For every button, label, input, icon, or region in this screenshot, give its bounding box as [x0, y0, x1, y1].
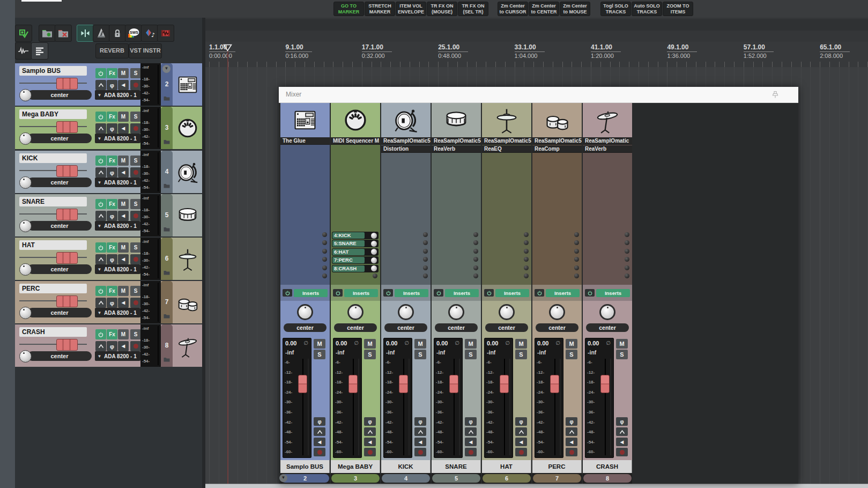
- record-arm-button[interactable]: [465, 448, 477, 456]
- mute-button[interactable]: M: [414, 339, 426, 349]
- strip-track-number[interactable]: 6: [483, 474, 531, 483]
- record-arm-button[interactable]: [414, 448, 426, 456]
- send-label[interactable]: 8:CRASH: [332, 265, 365, 272]
- envelope-button[interactable]: [95, 298, 106, 308]
- monitor-button[interactable]: ◀: [566, 438, 577, 446]
- phase-button[interactable]: φ: [107, 123, 117, 134]
- inserts-button[interactable]: Inserts: [445, 289, 479, 297]
- toolbar-button[interactable]: ZOOM TOITEMS: [663, 2, 693, 16]
- strip-track-name[interactable]: Mega BABY: [331, 460, 380, 473]
- send-slot[interactable]: 6:HAT: [332, 248, 379, 256]
- inserts-power-button[interactable]: [333, 289, 343, 297]
- pin-icon[interactable]: [771, 91, 779, 101]
- send-knob-empty[interactable]: [473, 265, 478, 270]
- snare-drum-icon[interactable]: [432, 103, 481, 137]
- monitor-button[interactable]: ◀: [118, 341, 129, 351]
- send-knob-empty[interactable]: [423, 249, 428, 254]
- mute-button[interactable]: M: [118, 286, 129, 296]
- metronome-icon[interactable]: [93, 25, 110, 42]
- fx-slot[interactable]: ReaSamplOmatic5: [432, 137, 481, 145]
- inserts-button[interactable]: Inserts: [344, 289, 378, 297]
- solo-button[interactable]: S: [130, 68, 141, 78]
- toolbar-button[interactable]: TR FX ON(MOUSE): [427, 2, 457, 16]
- fader-handle[interactable]: [500, 375, 509, 393]
- pan-knob[interactable]: [19, 132, 32, 145]
- toolbar-button[interactable]: Togl SOLOTRACKS: [600, 2, 631, 16]
- monitor-button[interactable]: ◀: [118, 254, 129, 264]
- delete-folder-icon[interactable]: [55, 25, 72, 42]
- send-knob-empty[interactable]: [473, 232, 478, 237]
- output-select[interactable]: ▼ADA 8200 - 1: [95, 351, 140, 361]
- send-label[interactable]: 5:SNARE: [332, 240, 365, 247]
- pan-knob[interactable]: [448, 304, 464, 320]
- strip-track-number[interactable]: 2: [281, 474, 329, 483]
- send-knob[interactable]: [371, 233, 377, 239]
- mute-button[interactable]: M: [364, 339, 376, 349]
- midi-din-icon[interactable]: [331, 103, 380, 137]
- fx-slot[interactable]: ReaSamplOmatic5: [532, 137, 582, 145]
- phase-button[interactable]: φ: [107, 80, 117, 90]
- send-knob-empty[interactable]: [625, 232, 629, 237]
- fx-slot[interactable]: ReaSamplOmatic5: [482, 137, 531, 145]
- solo-button[interactable]: S: [130, 112, 141, 122]
- mute-button[interactable]: M: [118, 242, 129, 253]
- toolbar-button[interactable]: Auto SOLOTRACKS: [632, 2, 662, 16]
- send-knob-empty[interactable]: [524, 249, 529, 254]
- track-number-tab[interactable]: 7: [161, 281, 173, 323]
- record-arm-button[interactable]: [515, 448, 527, 456]
- send-knob-empty[interactable]: [473, 257, 478, 262]
- folder-icon[interactable]: [164, 268, 170, 277]
- mixer-extend-button[interactable]: ▼: [279, 474, 287, 482]
- envelope-button[interactable]: [616, 427, 628, 436]
- send-knob-empty[interactable]: [423, 232, 428, 237]
- send-knob-empty[interactable]: [574, 265, 579, 270]
- inserts-power-button[interactable]: [383, 289, 393, 297]
- power-button[interactable]: [95, 329, 106, 339]
- sampler-icon[interactable]: [280, 103, 330, 137]
- power-button[interactable]: [95, 286, 106, 296]
- fx-slot[interactable]: The Glue: [280, 137, 330, 145]
- inserts-button[interactable]: Inserts: [495, 289, 529, 297]
- track-number-tab[interactable]: 6: [161, 238, 173, 280]
- phase-button[interactable]: φ: [414, 417, 426, 426]
- fader-handle[interactable]: [298, 375, 307, 393]
- send-knob-empty[interactable]: [322, 249, 327, 254]
- envelope-button[interactable]: [364, 427, 376, 436]
- record-arm-button[interactable]: [130, 123, 141, 134]
- power-button[interactable]: [95, 68, 106, 78]
- pan-knob[interactable]: [297, 304, 313, 320]
- fader-handle[interactable]: [600, 375, 610, 393]
- fx-slot[interactable]: ReaVerb: [432, 145, 481, 153]
- toolbar-button[interactable]: Zm Centerto MOUSE: [560, 2, 590, 16]
- strip-track-number[interactable]: 7: [533, 474, 581, 483]
- track-name-field[interactable]: SNARE: [19, 197, 87, 206]
- inserts-power-button[interactable]: [283, 289, 292, 297]
- crash-cymbal-icon[interactable]: [583, 103, 632, 137]
- send-label[interactable]: 7:PERC: [332, 257, 365, 263]
- track-number-tab[interactable]: 8: [161, 324, 173, 367]
- toolbar-button[interactable]: ITEM VOLENVELOPE: [396, 2, 426, 16]
- send-knob-empty[interactable]: [524, 257, 529, 262]
- envelope-button[interactable]: [95, 254, 106, 264]
- track-name-field[interactable]: HAT: [19, 240, 87, 250]
- monitor-button[interactable]: ◀: [414, 438, 426, 446]
- bongos-icon[interactable]: [532, 103, 582, 137]
- envelope-button[interactable]: [566, 427, 577, 436]
- phase-button[interactable]: φ: [616, 417, 628, 426]
- pan-knob[interactable]: [19, 220, 32, 232]
- record-arm-button[interactable]: [130, 254, 141, 264]
- pan-knob[interactable]: [549, 304, 565, 320]
- record-arm-button[interactable]: [566, 448, 577, 456]
- fader-handle[interactable]: [348, 375, 358, 393]
- monitor-button[interactable]: ◀: [118, 167, 129, 178]
- fader-handle[interactable]: [399, 375, 408, 393]
- output-select[interactable]: ▼ADA 8200 - 1: [95, 221, 140, 231]
- send-knob-empty[interactable]: [423, 257, 428, 262]
- sampler-icon[interactable]: [173, 63, 202, 106]
- power-button[interactable]: [95, 199, 106, 209]
- mute-button[interactable]: M: [118, 156, 129, 166]
- output-select[interactable]: ▼ADA 8200 - 1: [95, 178, 140, 187]
- monitor-button[interactable]: ◀: [118, 123, 129, 134]
- phase-button[interactable]: φ: [107, 211, 117, 221]
- track-name-field[interactable]: KICK: [19, 153, 87, 163]
